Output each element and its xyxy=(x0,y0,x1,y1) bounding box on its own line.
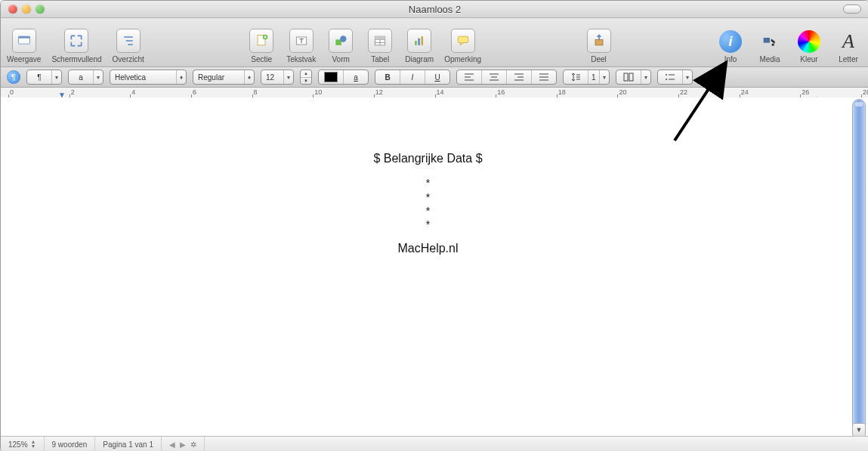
overzicht-button[interactable]: Overzicht xyxy=(113,29,144,63)
columns-icon xyxy=(616,70,641,84)
svg-rect-1 xyxy=(18,36,29,39)
sectie-button[interactable]: Sectie xyxy=(247,29,276,63)
scroll-down-button[interactable]: ▼ xyxy=(852,423,866,437)
svg-rect-17 xyxy=(624,73,628,81)
ruler-label: 26 xyxy=(802,88,809,96)
ruler-label: 18 xyxy=(558,88,566,96)
app-window: Naamloos 2 Weergave Schermvullend Overzi… xyxy=(0,0,868,451)
share-icon xyxy=(587,29,611,53)
columns-select[interactable]: ▾ xyxy=(616,70,651,85)
ruler-label: 22 xyxy=(680,88,687,96)
status-bar: 125% ▲▼ 9 woorden Pagina 1 van 1 ◀ ▶ ✲ xyxy=(1,436,868,451)
font-icon: A xyxy=(837,30,860,53)
spacing-value: 1 xyxy=(588,70,600,84)
view-icon xyxy=(12,29,36,53)
minimize-button[interactable] xyxy=(22,5,31,14)
schermvullend-button[interactable]: Schermvullend xyxy=(51,29,101,63)
color-swatch xyxy=(324,72,338,82)
align-left-button[interactable] xyxy=(457,70,482,84)
italic-button[interactable]: I xyxy=(400,70,425,84)
doc-bullet: * xyxy=(7,218,849,231)
prev-page-icon[interactable]: ◀ xyxy=(169,440,175,449)
word-count[interactable]: 9 woorden xyxy=(45,437,96,451)
next-page-icon[interactable]: ▶ xyxy=(180,440,186,449)
page[interactable]: $ Belangrijke Data $ * * * * MacHelp.nl xyxy=(7,97,849,437)
svg-text:T: T xyxy=(299,37,304,45)
doc-bullet: * xyxy=(7,176,849,190)
list-icon: a xyxy=(69,70,94,84)
svg-rect-15 xyxy=(764,38,770,43)
toolbar-label: Overzicht xyxy=(113,55,144,63)
opmerking-button[interactable]: Opmerking xyxy=(444,29,481,63)
page-indicator[interactable]: Pagina 1 van 1 xyxy=(95,437,162,451)
doc-title-line: $ Belangrijke Data $ xyxy=(7,150,849,167)
toolbar-label: Info xyxy=(724,55,737,63)
ruler-label: 24 xyxy=(741,88,749,96)
media-button[interactable]: Media xyxy=(755,30,784,63)
toolbar-group-view: Weergave Schermvullend Overzicht xyxy=(7,29,144,63)
toolbar-toggle-button[interactable] xyxy=(843,5,861,14)
toolbar-label: Weergave xyxy=(7,55,41,63)
font-size-select[interactable]: 12▾ xyxy=(261,70,294,85)
svg-point-7 xyxy=(340,36,346,42)
svg-point-20 xyxy=(666,79,667,80)
text-color-button[interactable] xyxy=(319,70,344,84)
document-content[interactable]: $ Belangrijke Data $ * * * * MacHelp.nl xyxy=(7,97,849,258)
chart-icon xyxy=(407,29,431,53)
align-center-button[interactable] xyxy=(482,70,507,84)
outline-icon xyxy=(116,29,141,53)
list-type-select[interactable]: ▾ xyxy=(657,70,693,85)
weergave-button[interactable]: Weergave xyxy=(7,29,41,63)
ruler-label: 8 xyxy=(254,88,258,96)
pilcrow-icon: ¶ xyxy=(27,70,52,84)
show-invisibles-button[interactable]: ¶ xyxy=(7,70,20,84)
close-button[interactable] xyxy=(8,5,17,14)
deel-button[interactable]: Deel xyxy=(585,29,613,63)
toolbar-group-share: Deel xyxy=(585,29,613,63)
toolbar-label: Tabel xyxy=(371,55,389,63)
ruler-label: 4 xyxy=(131,88,135,96)
zoom-stepper-icon: ▲▼ xyxy=(31,440,36,449)
textbox-icon: T xyxy=(289,29,314,53)
shapes-icon xyxy=(329,29,353,53)
document-area: $ Belangrijke Data $ * * * * MacHelp.nl xyxy=(1,97,868,437)
ruler-label: 0 xyxy=(10,88,14,96)
list-style-select[interactable]: a▾ xyxy=(68,70,103,85)
settings-gear-icon[interactable]: ✲ xyxy=(190,440,196,449)
diagram-button[interactable]: Diagram xyxy=(405,29,434,63)
line-spacing-select[interactable]: 1 ▾ xyxy=(563,70,610,85)
media-icon xyxy=(758,30,781,53)
letter-button[interactable]: A Letter xyxy=(834,30,863,63)
bold-button[interactable]: B xyxy=(375,70,400,84)
font-family-select[interactable]: Helvetica♦ xyxy=(110,70,187,85)
bullets-icon xyxy=(658,70,683,84)
vorm-button[interactable]: Vorm xyxy=(326,29,355,63)
align-right-button[interactable] xyxy=(507,70,532,84)
font-style-select[interactable]: Regular♦ xyxy=(193,70,255,85)
toolbar-label: Tekstvak xyxy=(286,55,316,63)
ruler-label: 10 xyxy=(314,88,322,96)
zoom-control[interactable]: 125% ▲▼ xyxy=(1,437,45,451)
tabel-button[interactable]: Tabel xyxy=(366,29,394,63)
svg-rect-12 xyxy=(422,36,424,45)
zoom-button[interactable] xyxy=(36,5,45,14)
kleur-button[interactable]: Kleur xyxy=(795,30,823,63)
nav-buttons: ◀ ▶ ✲ xyxy=(162,437,205,451)
ruler-label: 16 xyxy=(497,88,505,96)
biu-group: B I U xyxy=(375,70,450,85)
font-size: 12 xyxy=(261,70,284,84)
paragraph-style-select[interactable]: ¶▾ xyxy=(26,70,62,85)
info-button[interactable]: i Info xyxy=(716,30,745,63)
text-color-sample[interactable]: a xyxy=(344,70,368,84)
font-style: Regular xyxy=(193,70,245,84)
toolbar-label: Kleur xyxy=(800,55,817,63)
vertical-scrollbar[interactable] xyxy=(852,99,866,434)
svg-rect-10 xyxy=(415,41,417,45)
svg-point-16 xyxy=(772,44,774,46)
tekstvak-button[interactable]: T Tekstvak xyxy=(286,29,316,63)
underline-button[interactable]: U xyxy=(425,70,449,84)
svg-rect-18 xyxy=(629,73,633,81)
font-size-stepper[interactable]: ▲▼ xyxy=(300,70,312,85)
align-justify-button[interactable] xyxy=(532,70,556,84)
ruler-label: 12 xyxy=(375,88,383,96)
